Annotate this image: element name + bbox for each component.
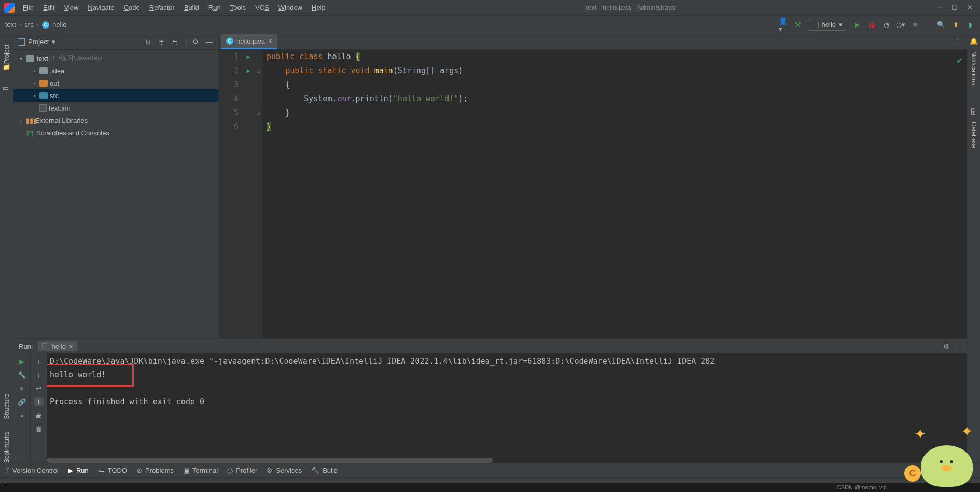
menu-navigate[interactable]: Navigate [83, 2, 118, 13]
menu-help[interactable]: Help [307, 2, 330, 13]
tree-item-label: External Libraries [35, 117, 88, 125]
bell-icon[interactable]: 🔔 [970, 37, 978, 45]
chevron-right-icon[interactable]: › [18, 118, 24, 124]
gear-icon[interactable]: ⚙ [192, 38, 201, 46]
breadcrumb-src[interactable]: src [24, 21, 33, 29]
horizontal-scrollbar[interactable] [47, 458, 493, 463]
hammer-icon[interactable]: ⚒ [793, 20, 803, 30]
collapse-all-icon[interactable]: ≒ [172, 38, 180, 46]
stop-icon[interactable]: ■ [17, 384, 26, 393]
rerun-icon[interactable]: ▶ [17, 357, 26, 366]
tabs-more-icon[interactable]: ⋮ [949, 34, 967, 49]
chevron-down-icon[interactable]: ▾ [52, 38, 55, 46]
close-icon[interactable]: ✕ [967, 4, 973, 11]
update-icon[interactable]: ⬆ [951, 20, 960, 30]
down-arrow-icon[interactable]: ↓ [34, 370, 44, 379]
run-output[interactable]: D:\CodeWare\Java\JDK\bin\java.exe "-java… [47, 353, 967, 463]
run-config-select[interactable]: hello ▾ [808, 19, 847, 31]
output-cmd-line: D:\CodeWare\Java\JDK\bin\java.exe "-java… [50, 354, 963, 368]
structure-tool-button[interactable]: Structure [3, 394, 10, 419]
gear-icon[interactable]: ⚙ [943, 343, 949, 350]
code-area[interactable]: 123 456 ▶ ▶ ⊟⊟ public class hello { publ… [219, 50, 967, 338]
database-tool-button[interactable]: Database [970, 122, 977, 148]
tree-root-name: text [36, 54, 48, 62]
tree-idea[interactable]: › .idea [13, 64, 218, 77]
menu-window[interactable]: Window [274, 2, 306, 13]
menu-code[interactable]: Code [120, 2, 144, 13]
commit-tool-icon[interactable]: ▭ [3, 84, 11, 92]
menu-view[interactable]: View [60, 2, 82, 13]
chevron-right-icon[interactable]: › [31, 93, 37, 99]
inspection-ok-icon[interactable]: ✔ [957, 53, 962, 67]
run-icon[interactable]: ▶ [852, 20, 862, 30]
tool-problems[interactable]: ⊘Problems [136, 467, 174, 474]
stop-icon[interactable]: ■ [911, 20, 920, 30]
up-arrow-icon[interactable]: ↑ [34, 357, 44, 366]
chevron-right-icon[interactable]: › [31, 80, 37, 86]
tool-version-control[interactable]: ᛘVersion Control [5, 467, 59, 474]
scroll-to-end-icon[interactable]: ⤓ [34, 397, 44, 406]
run-gutter-icon[interactable]: ▶ [246, 50, 250, 64]
tree-src[interactable]: › src [13, 89, 218, 102]
chevron-right-icon: › [37, 21, 39, 29]
profile-icon[interactable]: ◷▾ [896, 20, 905, 30]
menu-build[interactable]: Build [180, 2, 203, 13]
maximize-icon[interactable]: ☐ [951, 4, 958, 11]
chevron-right-icon[interactable]: › [31, 68, 37, 74]
select-opened-icon[interactable]: ⊕ [145, 38, 153, 46]
tool-build[interactable]: 🔨Build [311, 467, 338, 474]
wrench-icon[interactable]: 🔧 [17, 370, 26, 379]
run-tool-window: Run: hello × ⚙ — ▶ 🔧 ■ 🔗 » [13, 338, 967, 463]
tree-item-label: src [50, 92, 59, 100]
project-tool-button[interactable]: 📁 Project [3, 45, 10, 72]
user-icon[interactable]: 👤▾ [779, 20, 788, 30]
attach-icon[interactable]: 🔗 [17, 397, 26, 406]
tree-root[interactable]: ▾ text F:\练习\Java\text [13, 52, 218, 64]
run-config-tab[interactable]: hello × [38, 341, 77, 351]
tree-ext-libs[interactable]: › ▮▮▮ External Libraries [13, 114, 218, 127]
ide-settings-icon[interactable]: ◗ [965, 20, 975, 30]
more-icon[interactable]: » [17, 411, 26, 420]
clear-icon[interactable]: 🗑 [34, 424, 44, 433]
print-icon[interactable]: 🖶 [34, 411, 44, 420]
fold-open-icon[interactable]: ⊟ [254, 64, 262, 78]
hide-panel-icon[interactable]: — [955, 343, 961, 350]
close-tab-icon[interactable]: × [268, 37, 272, 45]
tree-item-label: .idea [50, 67, 64, 75]
database-icon[interactable]: 🗄 [970, 108, 977, 116]
folder-icon [39, 67, 48, 74]
tool-profiler[interactable]: ◷Profiler [227, 467, 257, 474]
menu-vcs[interactable]: VCS [251, 2, 273, 13]
soft-wrap-icon[interactable]: ↩ [34, 384, 44, 393]
chevron-down-icon[interactable]: ▾ [18, 56, 24, 61]
notifications-tool-button[interactable]: Notifications [970, 51, 977, 85]
tool-todo[interactable]: ≔TODO [98, 467, 127, 474]
tool-run[interactable]: ▶Run [68, 467, 89, 474]
tool-services[interactable]: ⚙Services [267, 467, 302, 474]
run-config-label: hello [822, 21, 836, 29]
debug-icon[interactable]: 🐞 [867, 20, 876, 30]
tree-out[interactable]: › out [13, 77, 218, 89]
menu-edit[interactable]: Edit [39, 2, 59, 13]
run-gutter-icon[interactable]: ▶ [246, 64, 250, 78]
menu-tools[interactable]: Tools [226, 2, 250, 13]
menu-file[interactable]: File [19, 2, 38, 13]
search-icon[interactable]: 🔍 [936, 20, 946, 30]
hide-panel-icon[interactable]: — [206, 38, 214, 46]
menu-refactor[interactable]: Refactor [145, 2, 179, 13]
breadcrumb-text[interactable]: text [5, 21, 16, 29]
tool-terminal[interactable]: ▣Terminal [183, 467, 218, 474]
tree-iml[interactable]: text.iml [13, 102, 218, 114]
bookmarks-tool-button[interactable]: Bookmarks [3, 432, 10, 463]
breadcrumb-hello[interactable]: hello [52, 21, 66, 29]
code-lines[interactable]: public class hello { public static void … [262, 50, 967, 338]
minimize-icon[interactable]: ─ [937, 4, 942, 11]
close-run-tab-icon[interactable]: × [69, 343, 73, 350]
titlebar: File Edit View Navigate Code Refactor Bu… [0, 0, 980, 16]
coverage-icon[interactable]: ◔ [881, 20, 891, 30]
fold-close-icon[interactable]: ⊟ [254, 106, 262, 120]
tree-scratches[interactable]: ▤ Scratches and Consoles [13, 127, 218, 139]
expand-all-icon[interactable]: ≑ [159, 38, 167, 46]
menu-run[interactable]: Run [204, 2, 225, 13]
tab-hello-java[interactable]: C hello.java × [221, 34, 277, 49]
